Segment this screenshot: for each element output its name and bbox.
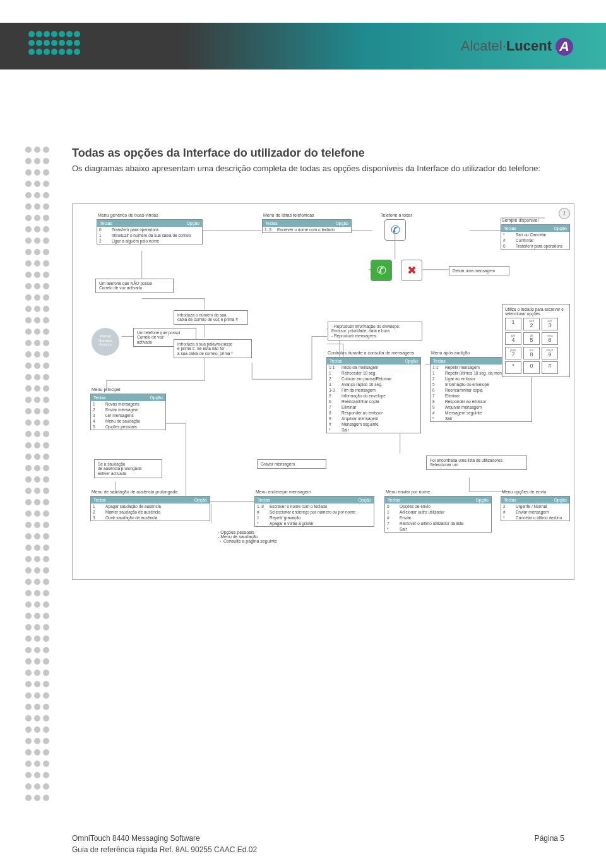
sendopt-menu: TeclasOpção 2Urgente / Normal#Enviar men… — [501, 496, 570, 521]
page-subtext: Os diagramas abaixo apresentam uma descr… — [72, 163, 558, 174]
phonelist-menu: TeclasOpção 1..9Escrever o nome com o te… — [262, 219, 352, 233]
found-users: Foi encontrada uma lista de utilizadores… — [426, 455, 527, 470]
ext-abs-active: Se a saudação de ausência prolongada est… — [94, 459, 162, 478]
ctrl-menu: TeclasOpção 1-1Início da mensagem1Retroc… — [326, 357, 421, 433]
ctrl-title: Controlos durante a consulta de mensagen… — [328, 351, 414, 355]
phone-ringing-icon: ✆ — [384, 219, 406, 241]
phonelist-title: Menu de listas telefónicas — [263, 213, 314, 217]
phone-reject-icon: ✖ — [401, 260, 422, 281]
byname-menu: TeclasOpção 0Opções de envio1Adicionar o… — [384, 496, 492, 533]
envelope-info: - Reproduzir informação do envelope: Emi… — [328, 322, 422, 341]
enter-password-box: Introduza a sua palavra-passe e prima #.… — [174, 339, 252, 358]
footer-line2: Guia de referência rápida Ref. 8AL 90255… — [72, 845, 257, 854]
greet-title: Menu genérico de boas-vindas — [98, 213, 158, 217]
ringing-label: Telefone a tocar — [381, 213, 412, 217]
no-vm-phone: Um telefone que NÃO possui Correio de vo… — [95, 279, 174, 293]
brand-logo: Alcatel·LucentA — [461, 38, 573, 56]
main-menu: TeclasOpção 1Novas mensagens2Enviar mens… — [90, 394, 166, 430]
decor-dots-left — [25, 147, 52, 806]
diagram-canvas: i Menu genérico de boas-vindas TeclasOpç… — [72, 203, 574, 580]
after-title: Menu após audição — [431, 351, 470, 355]
absmenu-title: Menu de saudação de ausência prolongada — [92, 490, 177, 494]
page-heading: Todas as opções da Interface do utilizad… — [72, 147, 564, 160]
always-title: Sempre disponível — [502, 218, 538, 222]
record-message: Gravar mensagem — [257, 459, 326, 469]
addr-menu: TeclasOpção 1..9Escrever o nome com o te… — [254, 496, 374, 527]
enter-number-box: Introduza o número da sua caixa de corre… — [174, 310, 248, 325]
byname-title: Menu enviar por nome — [386, 490, 430, 494]
greet-menu: TeclasOpção 0Transferir para operadora1I… — [97, 219, 203, 244]
main-title: Menu principal — [92, 387, 121, 392]
addr-notes: - Opções pessoais - Menu de saudação → C… — [218, 530, 277, 543]
phone-keypad: Utilize o teclado para escrever e selecc… — [502, 304, 570, 377]
absmenu: TeclasOpção 1Apagar saudação de ausência… — [90, 496, 210, 521]
sendopt-title: Menu opções de envio — [502, 490, 546, 494]
leave-message: Deixar uma mensagem — [449, 266, 509, 275]
dial-access: Marcar Número Acesso — [92, 328, 119, 356]
footer-line1: OmniTouch 8440 Messaging SoftwarePágina … — [72, 834, 564, 843]
phone-pickup-icon: ✆ — [371, 260, 392, 281]
always-menu: TeclasOpção *Sair ou Cancelar#Confirmar0… — [501, 224, 570, 250]
addr-title: Menu endereçar mensagem — [256, 490, 311, 494]
decor-dots-top — [28, 30, 81, 57]
info-icon: i — [559, 208, 570, 219]
